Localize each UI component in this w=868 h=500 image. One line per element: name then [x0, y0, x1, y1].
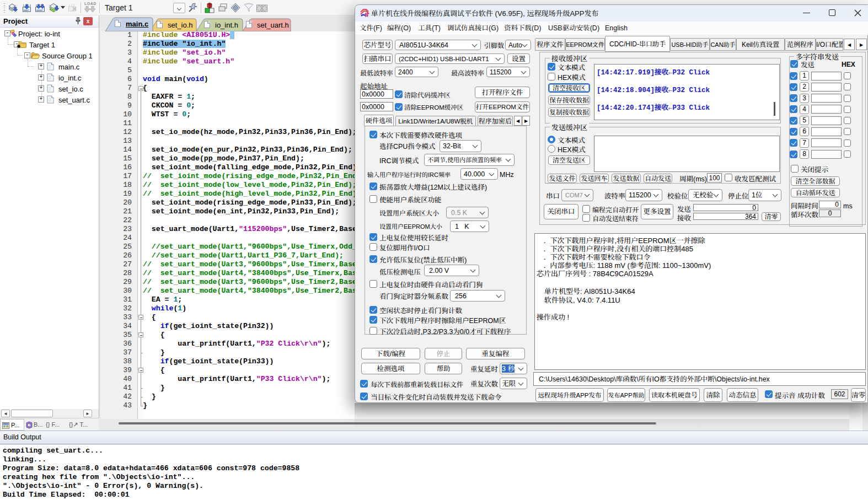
svg-text:?: ? — [28, 423, 30, 427]
